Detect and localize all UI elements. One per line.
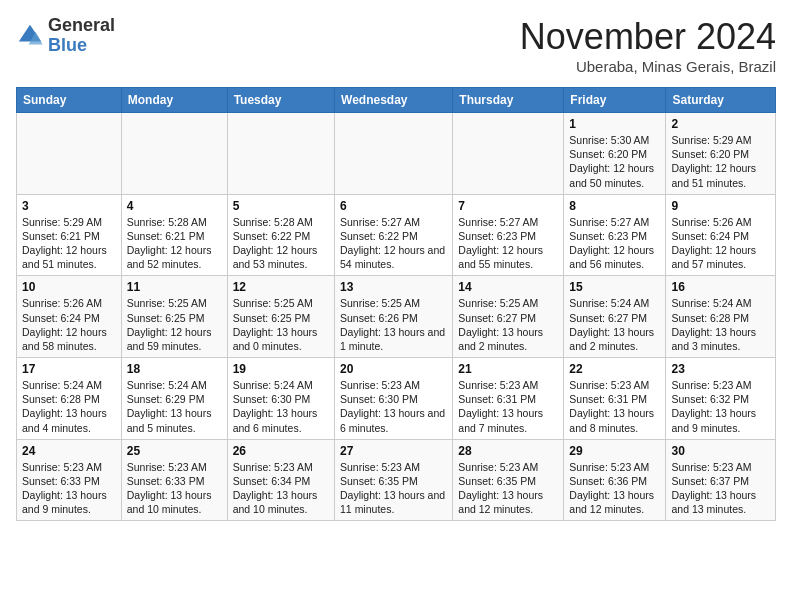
day-number: 27 [340,444,447,458]
calendar-cell [17,113,122,195]
day-number: 12 [233,280,329,294]
header-day-thursday: Thursday [453,88,564,113]
day-info: Sunrise: 5:29 AM Sunset: 6:20 PM Dayligh… [671,133,770,190]
day-number: 20 [340,362,447,376]
calendar-cell: 3Sunrise: 5:29 AM Sunset: 6:21 PM Daylig… [17,194,122,276]
day-info: Sunrise: 5:23 AM Sunset: 6:35 PM Dayligh… [458,460,558,517]
day-number: 26 [233,444,329,458]
day-info: Sunrise: 5:25 AM Sunset: 6:26 PM Dayligh… [340,296,447,353]
day-number: 14 [458,280,558,294]
day-info: Sunrise: 5:27 AM Sunset: 6:23 PM Dayligh… [458,215,558,272]
calendar-cell: 24Sunrise: 5:23 AM Sunset: 6:33 PM Dayli… [17,439,122,521]
calendar-cell: 30Sunrise: 5:23 AM Sunset: 6:37 PM Dayli… [666,439,776,521]
calendar-cell: 21Sunrise: 5:23 AM Sunset: 6:31 PM Dayli… [453,358,564,440]
logo-text: General Blue [48,16,115,56]
day-number: 8 [569,199,660,213]
day-number: 25 [127,444,222,458]
calendar-cell: 13Sunrise: 5:25 AM Sunset: 6:26 PM Dayli… [335,276,453,358]
calendar-cell: 18Sunrise: 5:24 AM Sunset: 6:29 PM Dayli… [121,358,227,440]
day-number: 1 [569,117,660,131]
calendar-cell: 11Sunrise: 5:25 AM Sunset: 6:25 PM Dayli… [121,276,227,358]
day-info: Sunrise: 5:23 AM Sunset: 6:32 PM Dayligh… [671,378,770,435]
day-number: 6 [340,199,447,213]
day-info: Sunrise: 5:26 AM Sunset: 6:24 PM Dayligh… [22,296,116,353]
day-info: Sunrise: 5:23 AM Sunset: 6:36 PM Dayligh… [569,460,660,517]
calendar-cell: 25Sunrise: 5:23 AM Sunset: 6:33 PM Dayli… [121,439,227,521]
header-row: SundayMondayTuesdayWednesdayThursdayFrid… [17,88,776,113]
location: Uberaba, Minas Gerais, Brazil [520,58,776,75]
day-number: 11 [127,280,222,294]
calendar-table: SundayMondayTuesdayWednesdayThursdayFrid… [16,87,776,521]
calendar-header: SundayMondayTuesdayWednesdayThursdayFrid… [17,88,776,113]
day-number: 28 [458,444,558,458]
day-info: Sunrise: 5:23 AM Sunset: 6:33 PM Dayligh… [22,460,116,517]
calendar-cell: 26Sunrise: 5:23 AM Sunset: 6:34 PM Dayli… [227,439,334,521]
title-block: November 2024 Uberaba, Minas Gerais, Bra… [520,16,776,75]
day-info: Sunrise: 5:25 AM Sunset: 6:27 PM Dayligh… [458,296,558,353]
day-info: Sunrise: 5:25 AM Sunset: 6:25 PM Dayligh… [127,296,222,353]
day-info: Sunrise: 5:23 AM Sunset: 6:31 PM Dayligh… [569,378,660,435]
calendar-cell: 28Sunrise: 5:23 AM Sunset: 6:35 PM Dayli… [453,439,564,521]
calendar-cell [335,113,453,195]
calendar-body: 1Sunrise: 5:30 AM Sunset: 6:20 PM Daylig… [17,113,776,521]
month-title: November 2024 [520,16,776,58]
day-info: Sunrise: 5:30 AM Sunset: 6:20 PM Dayligh… [569,133,660,190]
day-info: Sunrise: 5:24 AM Sunset: 6:28 PM Dayligh… [671,296,770,353]
calendar-cell: 20Sunrise: 5:23 AM Sunset: 6:30 PM Dayli… [335,358,453,440]
header-day-monday: Monday [121,88,227,113]
day-number: 23 [671,362,770,376]
day-number: 15 [569,280,660,294]
day-info: Sunrise: 5:28 AM Sunset: 6:21 PM Dayligh… [127,215,222,272]
day-info: Sunrise: 5:23 AM Sunset: 6:33 PM Dayligh… [127,460,222,517]
calendar-cell: 8Sunrise: 5:27 AM Sunset: 6:23 PM Daylig… [564,194,666,276]
calendar-cell: 1Sunrise: 5:30 AM Sunset: 6:20 PM Daylig… [564,113,666,195]
logo-general: General [48,15,115,35]
day-number: 22 [569,362,660,376]
day-number: 21 [458,362,558,376]
day-info: Sunrise: 5:24 AM Sunset: 6:28 PM Dayligh… [22,378,116,435]
day-info: Sunrise: 5:24 AM Sunset: 6:29 PM Dayligh… [127,378,222,435]
day-info: Sunrise: 5:26 AM Sunset: 6:24 PM Dayligh… [671,215,770,272]
calendar-cell: 29Sunrise: 5:23 AM Sunset: 6:36 PM Dayli… [564,439,666,521]
calendar-cell: 7Sunrise: 5:27 AM Sunset: 6:23 PM Daylig… [453,194,564,276]
day-number: 29 [569,444,660,458]
day-info: Sunrise: 5:23 AM Sunset: 6:31 PM Dayligh… [458,378,558,435]
calendar-cell: 2Sunrise: 5:29 AM Sunset: 6:20 PM Daylig… [666,113,776,195]
day-info: Sunrise: 5:27 AM Sunset: 6:22 PM Dayligh… [340,215,447,272]
day-info: Sunrise: 5:23 AM Sunset: 6:34 PM Dayligh… [233,460,329,517]
day-number: 2 [671,117,770,131]
day-info: Sunrise: 5:23 AM Sunset: 6:37 PM Dayligh… [671,460,770,517]
calendar-cell: 22Sunrise: 5:23 AM Sunset: 6:31 PM Dayli… [564,358,666,440]
calendar-week-4: 17Sunrise: 5:24 AM Sunset: 6:28 PM Dayli… [17,358,776,440]
day-info: Sunrise: 5:27 AM Sunset: 6:23 PM Dayligh… [569,215,660,272]
day-number: 3 [22,199,116,213]
logo: General Blue [16,16,115,56]
day-number: 10 [22,280,116,294]
header-day-friday: Friday [564,88,666,113]
calendar-week-2: 3Sunrise: 5:29 AM Sunset: 6:21 PM Daylig… [17,194,776,276]
header-day-saturday: Saturday [666,88,776,113]
calendar-cell [453,113,564,195]
day-number: 30 [671,444,770,458]
day-info: Sunrise: 5:23 AM Sunset: 6:30 PM Dayligh… [340,378,447,435]
calendar-cell: 19Sunrise: 5:24 AM Sunset: 6:30 PM Dayli… [227,358,334,440]
calendar-week-5: 24Sunrise: 5:23 AM Sunset: 6:33 PM Dayli… [17,439,776,521]
day-number: 17 [22,362,116,376]
calendar-cell [227,113,334,195]
calendar-cell: 15Sunrise: 5:24 AM Sunset: 6:27 PM Dayli… [564,276,666,358]
logo-blue: Blue [48,35,87,55]
day-info: Sunrise: 5:24 AM Sunset: 6:27 PM Dayligh… [569,296,660,353]
day-number: 9 [671,199,770,213]
day-number: 24 [22,444,116,458]
page-header: General Blue November 2024 Uberaba, Mina… [16,16,776,75]
calendar-cell: 6Sunrise: 5:27 AM Sunset: 6:22 PM Daylig… [335,194,453,276]
header-day-sunday: Sunday [17,88,122,113]
day-info: Sunrise: 5:25 AM Sunset: 6:25 PM Dayligh… [233,296,329,353]
day-number: 16 [671,280,770,294]
calendar-cell: 4Sunrise: 5:28 AM Sunset: 6:21 PM Daylig… [121,194,227,276]
day-number: 13 [340,280,447,294]
calendar-cell: 14Sunrise: 5:25 AM Sunset: 6:27 PM Dayli… [453,276,564,358]
day-info: Sunrise: 5:29 AM Sunset: 6:21 PM Dayligh… [22,215,116,272]
day-number: 4 [127,199,222,213]
day-info: Sunrise: 5:28 AM Sunset: 6:22 PM Dayligh… [233,215,329,272]
